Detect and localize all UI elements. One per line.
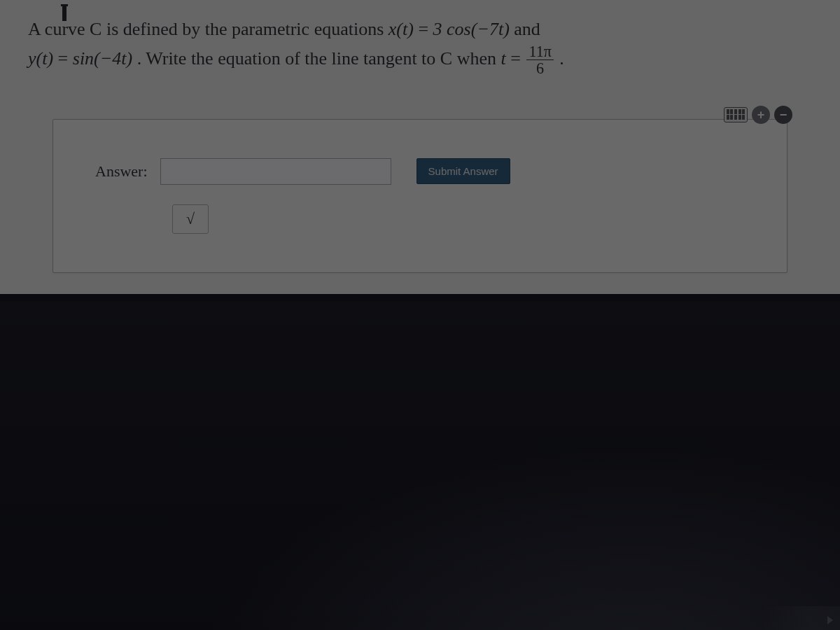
answer-card: + − Answer: Submit Answer √ bbox=[52, 119, 788, 273]
math-x-lhs: x(t) bbox=[388, 19, 414, 39]
sqrt-icon: √ bbox=[186, 210, 195, 228]
question-fragment: A curve C is defined by the parametric e… bbox=[28, 19, 388, 39]
question-fragment: . Write the equation of the line tangent… bbox=[137, 48, 501, 69]
fraction-denominator: 6 bbox=[526, 59, 553, 76]
scroll-arrow-icon[interactable] bbox=[827, 616, 833, 624]
fraction: 11π 6 bbox=[526, 43, 553, 76]
question-panel: A curve C is defined by the parametric e… bbox=[0, 0, 840, 294]
answer-row: Answer: Submit Answer bbox=[95, 158, 759, 185]
period: . bbox=[559, 48, 564, 69]
zoom-in-button[interactable]: + bbox=[752, 106, 770, 124]
fraction-numerator: 11π bbox=[526, 43, 553, 59]
math-x-rhs: 3 cos(−7t) bbox=[433, 19, 510, 39]
question-text: A curve C is defined by the parametric e… bbox=[28, 15, 728, 77]
math-y-rhs: sin(−4t) bbox=[73, 48, 132, 69]
math-t: t bbox=[501, 48, 506, 69]
keyboard-icon[interactable] bbox=[724, 107, 748, 122]
equals-sign: = bbox=[418, 19, 433, 39]
toolbar: + − bbox=[724, 106, 792, 124]
zoom-out-button[interactable]: − bbox=[774, 106, 792, 124]
sqrt-button[interactable]: √ bbox=[172, 204, 209, 234]
submit-answer-button[interactable]: Submit Answer bbox=[416, 158, 510, 184]
question-fragment: and bbox=[514, 19, 540, 39]
minus-icon: − bbox=[780, 108, 788, 121]
equals-sign: = bbox=[510, 48, 525, 69]
math-y-lhs: y(t) bbox=[28, 48, 53, 69]
plus-icon: + bbox=[757, 108, 765, 121]
answer-input[interactable] bbox=[160, 158, 391, 185]
answer-label: Answer: bbox=[95, 162, 148, 181]
desktop-background bbox=[0, 301, 840, 630]
equals-sign: = bbox=[58, 48, 73, 69]
